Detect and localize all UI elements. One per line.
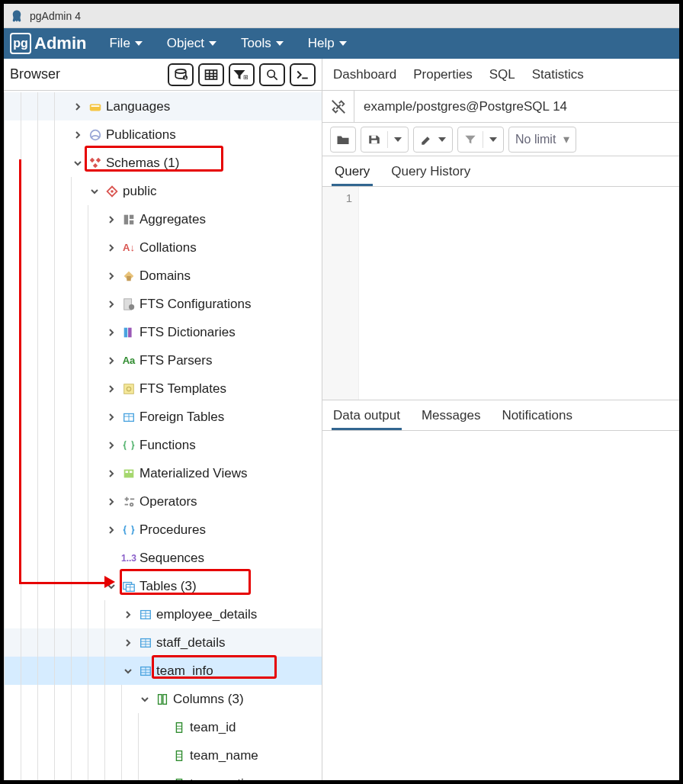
menu-file[interactable]: File	[100, 31, 151, 56]
chevron-right-icon[interactable]	[104, 272, 118, 281]
content-tabs: Dashboard Properties SQL Statistics	[322, 59, 679, 91]
tool-filter-button[interactable]: ⊞	[229, 63, 255, 86]
tree-schemas[interactable]: Schemas (1)	[4, 149, 322, 177]
tree-domains[interactable]: Domains	[4, 262, 322, 290]
menu-object[interactable]: Object	[158, 31, 226, 56]
editor-text-area[interactable]	[359, 187, 679, 400]
chevron-right-icon[interactable]	[71, 102, 85, 111]
chevron-right-icon[interactable]	[104, 525, 118, 535]
chevron-right-icon[interactable]	[104, 300, 118, 309]
tab-dashboard[interactable]: Dashboard	[333, 67, 396, 82]
row-limit-select[interactable]: No limit▾	[508, 127, 576, 153]
svg-rect-25	[128, 327, 132, 337]
tree-table-employee[interactable]: employee_details	[4, 600, 322, 628]
chevron-right-icon[interactable]	[104, 215, 118, 224]
tree-sequences[interactable]: 1..3Sequences	[4, 544, 322, 572]
tab-query-history[interactable]: Query History	[388, 158, 473, 186]
tree-fts-configurations[interactable]: FTS Configurations	[4, 290, 322, 318]
tree-fts-dictionaries[interactable]: FTS Dictionaries	[4, 318, 322, 346]
tree-fts-parsers[interactable]: AaFTS Parsers	[4, 346, 322, 374]
chevron-right-icon[interactable]	[104, 497, 118, 506]
tool-search-button[interactable]	[259, 63, 285, 86]
tree-tables[interactable]: Tables (3)	[4, 572, 322, 600]
tree-item-label: team_id	[190, 720, 236, 735]
tool-terminal-button[interactable]	[290, 63, 316, 86]
save-button[interactable]	[361, 127, 409, 153]
svg-rect-69	[371, 140, 377, 143]
svg-point-7	[268, 70, 274, 77]
svg-rect-21	[127, 276, 130, 281]
chevron-right-icon[interactable]	[121, 638, 135, 647]
tree-item-label: Foreign Tables	[139, 410, 224, 425]
chevron-down-icon[interactable]	[138, 695, 152, 704]
tab-messages[interactable]: Messages	[420, 402, 482, 430]
chevron-down-icon[interactable]	[71, 159, 85, 168]
tree-operators[interactable]: Operators	[4, 487, 322, 516]
connection-string[interactable]: example/postgres@PostgreSQL 14	[354, 99, 576, 114]
browser-tree[interactable]: LanguagesPublicationsSchemas (1)publicAg…	[4, 91, 322, 780]
tab-statistics[interactable]: Statistics	[532, 67, 584, 82]
filter-button[interactable]	[457, 127, 504, 153]
tree-aggregates[interactable]: Aggregates	[4, 205, 322, 233]
tab-query[interactable]: Query	[332, 158, 373, 186]
tab-notifications[interactable]: Notifications	[500, 402, 574, 430]
chevron-right-icon[interactable]	[104, 413, 118, 422]
annotation-arrow-horizontal	[19, 582, 107, 584]
tab-data-output[interactable]: Data output	[332, 402, 402, 430]
chevron-right-icon[interactable]	[104, 243, 118, 252]
tree-procedures[interactable]: Procedures	[4, 516, 322, 544]
tool-database-button[interactable]	[168, 63, 194, 86]
tree-item-label: Publications	[106, 127, 176, 143]
tree-functions[interactable]: Functions	[4, 431, 322, 459]
tree-materialized-views[interactable]: Materialized Views	[4, 459, 322, 487]
svg-rect-57	[176, 722, 181, 732]
chevron-down-icon	[489, 137, 497, 142]
tool-grid-button[interactable]	[198, 63, 224, 86]
tree-item-label: Procedures	[139, 522, 206, 538]
output-area	[322, 431, 679, 780]
chevron-down-icon	[276, 41, 284, 46]
tree-item-label: Tables (3)	[139, 579, 197, 594]
table-icon	[138, 608, 153, 622]
chevron-right-icon[interactable]	[104, 328, 118, 337]
ftstmpl-icon	[121, 382, 136, 396]
ftsdict-icon	[121, 326, 136, 339]
ftsconfig-icon	[121, 297, 136, 311]
chevron-right-icon[interactable]	[121, 610, 135, 619]
tree-columns[interactable]: Columns (3)	[4, 685, 322, 713]
tree-table-staff[interactable]: staff_details	[4, 628, 322, 657]
chevron-right-icon[interactable]	[104, 384, 118, 394]
chevron-right-icon[interactable]	[104, 469, 118, 478]
tree-column-team-rating[interactable]: team_rating	[4, 770, 322, 780]
menu-tools[interactable]: Tools	[232, 31, 293, 56]
procedure-icon	[121, 523, 136, 537]
edit-button[interactable]	[413, 127, 453, 153]
connection-icon[interactable]	[322, 91, 354, 123]
tree-languages[interactable]: Languages	[4, 92, 322, 120]
tree-table-team[interactable]: team_info	[4, 657, 322, 685]
menu-help[interactable]: Help	[299, 31, 356, 56]
tree-publications[interactable]: Publications	[4, 120, 322, 149]
chevron-right-icon[interactable]	[104, 441, 118, 450]
ftsparser-icon: Aa	[121, 355, 136, 366]
tab-properties[interactable]: Properties	[413, 67, 472, 82]
chevron-down-icon[interactable]	[121, 667, 135, 676]
tree-foreign-tables[interactable]: Foreign Tables	[4, 403, 322, 431]
column-icon	[172, 721, 187, 734]
tree-public[interactable]: public	[4, 177, 322, 205]
chevron-down-icon[interactable]	[88, 187, 101, 196]
chevron-right-icon[interactable]	[104, 356, 118, 365]
svg-point-17	[111, 190, 114, 193]
tree-item-label: Collations	[139, 240, 197, 255]
operator-icon	[121, 495, 136, 509]
tree-column-team-name[interactable]: team_name	[4, 741, 322, 770]
tree-fts-templates[interactable]: FTS Templates	[4, 374, 322, 403]
tree-collations[interactable]: A↓Collations	[4, 233, 322, 262]
menubar: pg Admin File Object Tools Help	[4, 28, 679, 59]
tree-column-team-id[interactable]: team_id	[4, 713, 322, 741]
tab-sql[interactable]: SQL	[489, 67, 515, 82]
sql-editor[interactable]: 1	[322, 187, 679, 400]
svg-rect-55	[159, 694, 162, 704]
chevron-right-icon[interactable]	[71, 130, 85, 140]
open-file-button[interactable]	[330, 127, 356, 153]
